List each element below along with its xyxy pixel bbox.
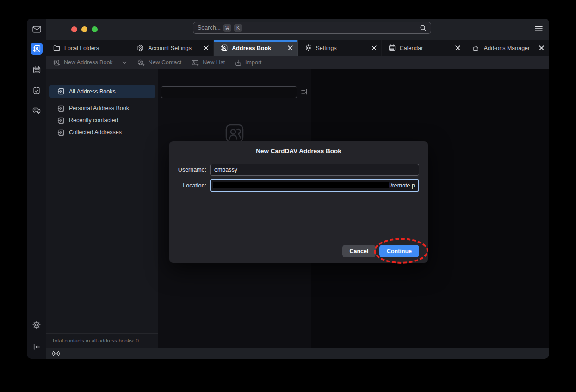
redaction-bar bbox=[213, 182, 389, 188]
address-books-pane: All Address Books Personal Address Book … bbox=[46, 69, 158, 348]
new-contact-button[interactable]: New Contact bbox=[137, 59, 182, 66]
cards-separator bbox=[158, 103, 311, 103]
space-mail-button[interactable] bbox=[31, 23, 43, 35]
folder-icon bbox=[53, 45, 60, 51]
contacts-filter-input[interactable] bbox=[161, 86, 297, 98]
spaces-settings-button[interactable] bbox=[31, 319, 43, 331]
tab-local-folders[interactable]: Local Folders bbox=[46, 40, 130, 56]
search-icon bbox=[420, 25, 427, 31]
address-book-toolbar: New Address Book New Contact New List Im… bbox=[46, 56, 549, 69]
tab-label: Add-ons Manager bbox=[484, 45, 530, 51]
global-search-input[interactable]: Search... ⌘ K bbox=[193, 22, 431, 34]
tab-label: Local Folders bbox=[64, 45, 99, 51]
new-contact-icon bbox=[137, 59, 145, 66]
display-options-button[interactable] bbox=[301, 88, 308, 95]
new-list-label: New List bbox=[203, 59, 225, 66]
contacts-placeholder-icon bbox=[225, 124, 244, 143]
location-label: Location: bbox=[169, 182, 206, 189]
address-book-icon bbox=[57, 105, 64, 112]
settings-gear-icon bbox=[32, 321, 41, 329]
import-button[interactable]: Import bbox=[235, 59, 261, 66]
chevron-down-icon[interactable] bbox=[122, 61, 127, 65]
collapse-sidebar-icon bbox=[33, 343, 41, 350]
shortcut-cmd-badge: ⌘ bbox=[223, 24, 231, 32]
close-icon[interactable] bbox=[372, 45, 377, 50]
menu-icon bbox=[535, 26, 543, 31]
tab-addons-manager[interactable]: Add-ons Manager bbox=[465, 40, 549, 56]
minimize-window-button[interactable] bbox=[81, 26, 87, 32]
book-row-label: All Address Books bbox=[69, 88, 116, 95]
search-placeholder: Search... bbox=[198, 25, 221, 31]
import-icon bbox=[235, 59, 242, 66]
space-chat-button[interactable] bbox=[31, 105, 43, 117]
username-field[interactable] bbox=[210, 164, 419, 176]
tab-account-settings[interactable]: Account Settings bbox=[130, 40, 214, 56]
book-row-label: Recently contacted bbox=[69, 117, 118, 124]
book-row-personal-address-book[interactable]: Personal Address Book bbox=[46, 102, 158, 114]
puzzle-icon bbox=[472, 44, 480, 51]
display-options-icon bbox=[301, 88, 308, 95]
mail-icon bbox=[32, 26, 41, 33]
address-book-icon bbox=[57, 88, 64, 95]
continue-button[interactable]: Continue bbox=[379, 245, 419, 257]
account-settings-icon bbox=[137, 44, 144, 52]
tab-label: Calendar bbox=[400, 45, 423, 51]
new-contact-label: New Contact bbox=[149, 59, 182, 66]
new-address-book-icon bbox=[53, 59, 60, 66]
status-bar bbox=[46, 348, 549, 359]
tab-bar: Local Folders Account Settings Address B… bbox=[46, 40, 549, 56]
tab-label: Settings bbox=[316, 45, 337, 51]
book-row-label: Personal Address Book bbox=[69, 105, 129, 112]
close-icon[interactable] bbox=[204, 45, 209, 50]
address-book-icon bbox=[33, 45, 41, 53]
app-window: Search... ⌘ K Local Folders Account S bbox=[27, 19, 549, 359]
calendar-icon bbox=[33, 66, 41, 74]
tab-calendar[interactable]: Calendar bbox=[382, 40, 465, 56]
address-book-list: All Address Books Personal Address Book … bbox=[46, 69, 158, 138]
book-row-recently-contacted[interactable]: Recently contacted bbox=[46, 114, 158, 126]
shortcut-k-badge: K bbox=[234, 24, 242, 32]
tab-label: Address Book bbox=[232, 45, 271, 51]
new-list-icon bbox=[192, 59, 199, 66]
book-row-all-address-books[interactable]: All Address Books bbox=[49, 85, 155, 98]
app-menu-button[interactable] bbox=[535, 26, 543, 31]
space-tasks-button[interactable] bbox=[31, 84, 43, 96]
close-icon[interactable] bbox=[288, 45, 293, 50]
username-label: Username: bbox=[169, 167, 206, 173]
close-window-button[interactable] bbox=[71, 26, 77, 32]
book-row-label: Collected Addresses bbox=[69, 129, 122, 136]
tab-settings[interactable]: Settings bbox=[298, 40, 382, 56]
close-icon[interactable] bbox=[455, 45, 460, 50]
toolbar-divider bbox=[118, 59, 118, 67]
new-carddav-dialog: New CardDAV Address Book Username: Locat… bbox=[169, 141, 428, 263]
new-address-book-button[interactable]: New Address Book bbox=[53, 59, 113, 66]
tab-label: Account Settings bbox=[148, 45, 192, 51]
tab-address-book[interactable]: Address Book bbox=[214, 40, 297, 56]
collapse-spaces-button[interactable] bbox=[31, 341, 43, 353]
new-list-button[interactable]: New List bbox=[192, 59, 225, 66]
spaces-toolbar bbox=[27, 19, 46, 359]
traffic-lights bbox=[71, 26, 98, 32]
close-icon[interactable] bbox=[539, 45, 544, 50]
calendar-icon bbox=[389, 44, 396, 51]
space-address-book-button[interactable] bbox=[31, 43, 43, 55]
cancel-button[interactable]: Cancel bbox=[342, 245, 376, 257]
dialog-title: New CardDAV Address Book bbox=[169, 141, 428, 155]
titlebar: Search... ⌘ K bbox=[46, 19, 549, 40]
address-book-icon bbox=[57, 129, 64, 136]
broadcast-icon bbox=[51, 350, 61, 357]
address-book-icon bbox=[57, 117, 64, 124]
address-book-icon bbox=[221, 44, 228, 51]
import-label: Import bbox=[245, 59, 261, 66]
space-calendar-button[interactable] bbox=[31, 63, 43, 75]
location-field[interactable]: d.local/remote.p bbox=[210, 179, 419, 192]
zoom-window-button[interactable] bbox=[92, 26, 98, 32]
new-address-book-label: New Address Book bbox=[64, 59, 113, 66]
gear-icon bbox=[305, 44, 312, 51]
chat-icon bbox=[32, 107, 41, 115]
total-contacts-status: Total contacts in all address books: 0 bbox=[46, 333, 158, 348]
tasks-icon bbox=[33, 87, 40, 94]
book-row-collected-addresses[interactable]: Collected Addresses bbox=[46, 126, 158, 138]
